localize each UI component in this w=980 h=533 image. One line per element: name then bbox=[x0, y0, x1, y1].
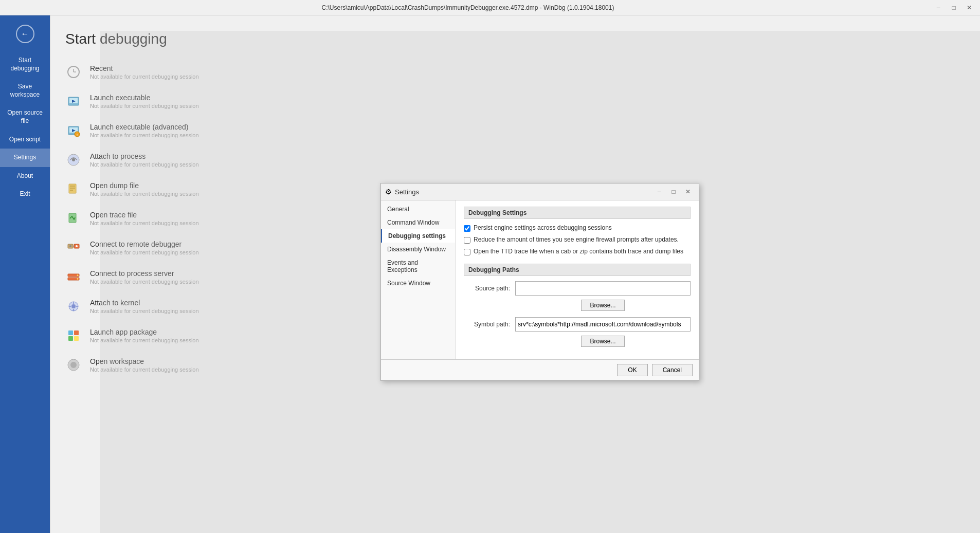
cancel-button[interactable]: Cancel bbox=[652, 364, 693, 376]
svg-rect-14 bbox=[70, 186, 75, 187]
debugging-paths-section: Debugging Paths Source path: Browse... S… bbox=[464, 264, 691, 347]
tab-general[interactable]: General bbox=[381, 203, 455, 216]
debugging-paths-header: Debugging Paths bbox=[464, 264, 691, 276]
svg-point-28 bbox=[71, 304, 76, 308]
minimize-button[interactable]: – bbox=[932, 3, 945, 13]
checkbox-row-3: Open the TTD trace file when a cab or zi… bbox=[464, 248, 691, 255]
browse2-button[interactable]: Browse... bbox=[581, 336, 624, 347]
checkbox-row-2: Reduce the amount of times you see engin… bbox=[464, 236, 691, 244]
title-bar: C:\Users\amicu\AppData\Local\CrashDumps\… bbox=[0, 0, 980, 15]
svg-rect-36 bbox=[74, 336, 79, 341]
main-content: Start debugging Recent Not available for… bbox=[50, 15, 980, 533]
ok-button[interactable]: OK bbox=[617, 364, 647, 376]
symbol-path-input[interactable] bbox=[515, 317, 691, 332]
persist-engine-label: Persist engine settings across debugging… bbox=[474, 224, 612, 231]
attach-icon bbox=[65, 152, 82, 168]
open-ttd-label: Open the TTD trace file when a cab or zi… bbox=[474, 248, 683, 255]
dump-icon bbox=[65, 181, 82, 197]
dialog-title: Settings bbox=[395, 188, 652, 196]
tab-disassembly-window[interactable]: Disassembly Window bbox=[381, 243, 455, 256]
kernel-icon bbox=[65, 298, 82, 315]
dialog-tabs: General Command Window Debugging setting… bbox=[381, 200, 456, 359]
svg-rect-33 bbox=[68, 330, 73, 335]
reduce-firewall-checkbox[interactable] bbox=[464, 237, 470, 244]
source-path-row: Source path: bbox=[464, 281, 691, 296]
svg-point-38 bbox=[70, 362, 77, 368]
dialog-titlebar: ⚙ Settings – □ ✕ bbox=[381, 183, 699, 200]
back-button[interactable]: ← bbox=[16, 25, 34, 43]
trace-icon bbox=[65, 210, 82, 227]
tab-command-window[interactable]: Command Window bbox=[381, 216, 455, 229]
dialog-footer: OK Cancel bbox=[381, 359, 699, 380]
svg-rect-34 bbox=[74, 330, 79, 335]
dialog-controls: – □ ✕ bbox=[652, 187, 695, 197]
settings-dialog-icon: ⚙ bbox=[385, 188, 392, 196]
maximize-button[interactable]: □ bbox=[947, 3, 960, 13]
svg-point-22 bbox=[76, 245, 78, 247]
reduce-firewall-label: Reduce the amount of times you see engin… bbox=[474, 236, 679, 243]
svg-rect-16 bbox=[70, 190, 73, 191]
svg-rect-35 bbox=[68, 336, 73, 341]
dialog-content: Debugging Settings Persist engine settin… bbox=[456, 200, 699, 359]
svg-point-26 bbox=[77, 278, 79, 280]
dialog-body: General Command Window Debugging setting… bbox=[381, 200, 699, 359]
tab-source-window[interactable]: Source Window bbox=[381, 277, 455, 290]
process-server-icon bbox=[65, 269, 82, 285]
modal-overlay: ⚙ Settings – □ ✕ General Command Window bbox=[100, 31, 980, 533]
browse1-row: Browse... bbox=[515, 300, 691, 311]
sidebar-item-open-script[interactable]: Open script bbox=[0, 131, 50, 149]
app-package-icon bbox=[65, 327, 82, 344]
sidebar-item-exit[interactable]: Exit bbox=[0, 185, 50, 204]
open-ttd-checkbox[interactable] bbox=[464, 249, 470, 255]
source-path-input[interactable] bbox=[515, 281, 691, 296]
sidebar-item-open-source-file[interactable]: Open source file bbox=[0, 104, 50, 130]
debugging-settings-header: Debugging Settings bbox=[464, 207, 691, 219]
sidebar-divider bbox=[50, 15, 50, 533]
tab-debugging-settings[interactable]: Debugging settings bbox=[381, 229, 455, 243]
dialog-minimize-button[interactable]: – bbox=[652, 187, 666, 197]
sidebar-item-about[interactable]: About bbox=[0, 167, 50, 186]
symbol-path-row: Symbol path: bbox=[464, 317, 691, 332]
settings-dialog: ⚙ Settings – □ ✕ General Command Window bbox=[380, 183, 699, 381]
workspace-icon bbox=[65, 357, 82, 373]
title-bar-controls: – □ ✕ bbox=[932, 3, 976, 13]
remote-icon bbox=[65, 240, 82, 256]
sidebar-item-settings[interactable]: Settings bbox=[0, 149, 50, 167]
launch-icon bbox=[65, 93, 82, 109]
source-path-label: Source path: bbox=[464, 285, 510, 292]
svg-point-25 bbox=[77, 274, 79, 276]
sidebar: ← Start debugging Save workspace Open so… bbox=[0, 15, 50, 533]
sidebar-item-start-debugging[interactable]: Start debugging bbox=[0, 51, 50, 78]
tab-events-and-exceptions[interactable]: Events and Exceptions bbox=[381, 256, 455, 277]
launch-adv-icon: + bbox=[65, 122, 82, 139]
close-button[interactable]: ✕ bbox=[963, 3, 976, 13]
sidebar-item-save-workspace[interactable]: Save workspace bbox=[0, 78, 50, 104]
svg-rect-15 bbox=[70, 188, 75, 189]
svg-point-21 bbox=[69, 245, 71, 247]
persist-engine-checkbox[interactable] bbox=[464, 225, 470, 232]
dialog-restore-button[interactable]: □ bbox=[667, 187, 680, 197]
checkbox-row-1: Persist engine settings across debugging… bbox=[464, 224, 691, 232]
clock-icon bbox=[65, 64, 82, 80]
browse2-row: Browse... bbox=[515, 336, 691, 347]
svg-text:+: + bbox=[76, 133, 78, 137]
dialog-close-button[interactable]: ✕ bbox=[681, 187, 695, 197]
svg-point-12 bbox=[72, 158, 75, 161]
symbol-path-label: Symbol path: bbox=[464, 321, 510, 328]
browse1-button[interactable]: Browse... bbox=[581, 300, 624, 311]
title-bar-text: C:\Users\amicu\AppData\Local\CrashDumps\… bbox=[4, 4, 932, 11]
